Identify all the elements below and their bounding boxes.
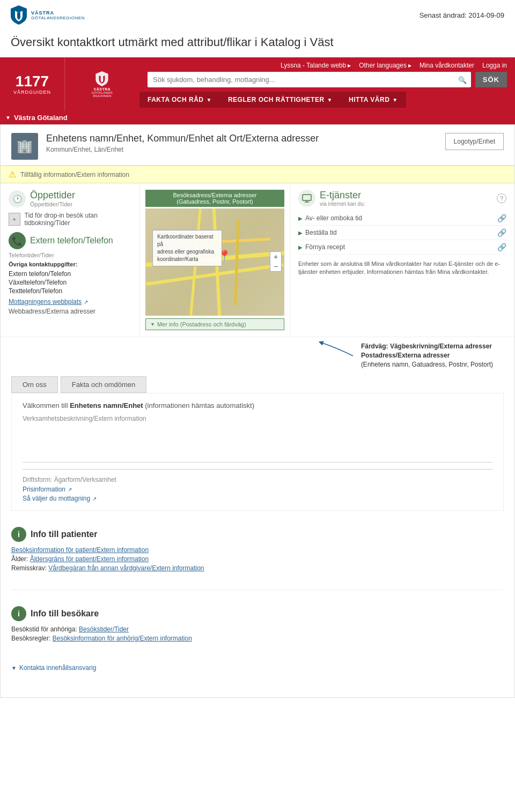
logotype-label: Logotyp/Enhet: [454, 138, 495, 145]
alert-icon: ⚠: [9, 169, 16, 180]
tabs-row: Om oss Fakta och omdömen: [1, 374, 514, 393]
vgr-shield-icon: [11, 5, 27, 25]
kontakta-row[interactable]: ▼ Kontakta innehållsansvarig: [1, 660, 514, 676]
divider-1: [23, 469, 492, 470]
col-right: E-tjänster via internet kan du: ? ▶ Av- …: [290, 183, 514, 337]
etjanster-arrow-icon: ▶: [298, 230, 303, 236]
kontakta-chevron-icon: ▼: [11, 665, 17, 671]
prisinformation-link[interactable]: Prisinformation ↗: [23, 486, 492, 493]
etjanster-title-block: E-tjänster via internet kan du:: [320, 190, 365, 207]
alert-bar: ⚠ Tillfällig information/Extern informat…: [1, 166, 514, 183]
info-patient-icon: i: [11, 527, 26, 542]
map-road-v3: [234, 219, 240, 305]
list-item: Ålder: Åldersgräns för patient/Extern in…: [11, 555, 504, 563]
webb-link[interactable]: Mottagningens webbplats: [9, 298, 82, 306]
map-more-info-button[interactable]: ▼ Mer info (Postadress och färdväg): [145, 318, 284, 330]
oppettider-subtitle: Öppettider/Tider: [30, 201, 75, 207]
top-header: VÄSTRA GÖTALANDSREGIONEN Senast ändrad: …: [0, 0, 515, 30]
nav-search-row: 🔍 SÖK: [139, 72, 515, 92]
postadress-detail: (Enhetens namn, Gatuadress, Postnr, Post…: [361, 361, 493, 368]
list-item: Extern telefon/Telefon: [9, 270, 131, 278]
more-info-arrow-icon: ▼: [150, 322, 155, 327]
hitta-chevron-icon: ▼: [392, 97, 398, 103]
info-patient-header: i Info till patienter: [11, 527, 504, 542]
map-container: 📍 + − Kartkoordinater baserat påadress e…: [145, 208, 284, 316]
entity-header-left: 🏢 Enhetens namn/Enhet, Kommun/Enhet alt …: [11, 133, 319, 160]
entity-subtitle: Kommun/Enhet, Län/Enhet: [46, 146, 319, 153]
annotation-arrow-icon: [315, 337, 358, 359]
list-item: Växeltelefon/Telefon: [9, 279, 131, 286]
phone-header: 📞 Extern telefon/Telefon: [9, 232, 131, 249]
oppettider-header: 🕐 Öppettider Öppettider/Tider: [9, 190, 131, 207]
main-card: 🏢 Enhetens namn/Enhet, Kommun/Enhet alt …: [0, 124, 515, 698]
nav-lyssna-arrow-icon: ▶: [348, 63, 351, 68]
divider-2: [11, 590, 504, 590]
info-besokare-icon: i: [11, 606, 26, 621]
map-overlay-text: Kartkoordinater baserat påadress eller g…: [157, 234, 214, 262]
postadress-text: Postadress/Externa adresser: [361, 352, 493, 359]
nav-link-logga-in[interactable]: Logga in: [482, 62, 507, 69]
savaljer-ext-icon: ↗: [92, 496, 97, 502]
nav-link-mina[interactable]: Mina vårdkontakter: [420, 62, 474, 69]
phone-ovriga: Övriga kontaktuppgifter:: [9, 261, 131, 267]
bottom-padding: [1, 676, 514, 697]
three-col-section: 🕐 Öppettider Öppettider/Tider + Tid för …: [1, 183, 514, 337]
col-left: 🕐 Öppettider Öppettider/Tider + Tid för …: [1, 183, 140, 337]
map-placeholder: 📍 + − Kartkoordinater baserat påadress e…: [145, 208, 284, 316]
info-besokare-list: Besökstid för anhöriga: Besökstider/Tide…: [11, 625, 504, 642]
etjanster-icon: [298, 190, 315, 207]
etjanster-subtitle: via internet kan du:: [320, 201, 365, 207]
etjanster-header: E-tjänster via internet kan du: ?: [298, 190, 506, 207]
etjanster-list: ▶ Av- eller omboka tid 🔗 ▶ Beställa tid …: [298, 211, 506, 255]
nav-link-languages[interactable]: Other languages ▶: [359, 62, 411, 69]
clock-icon: 🕐: [9, 190, 26, 207]
address-text: Webbadress/Externa adresser: [9, 308, 95, 315]
search-box: 🔍: [148, 72, 471, 87]
entity-icon: 🏢: [11, 133, 38, 160]
map-zoom-in-button[interactable]: +: [270, 252, 281, 262]
etjanster-link-icon: 🔗: [497, 228, 506, 237]
address-header-box: Besöksadress/Externa adresser(Gatuadress…: [145, 190, 284, 207]
logo-1177-sub: VÅRDGUIDEN: [13, 90, 51, 95]
nav-top-links: Lyssna - Talande webb ▶ Other languages …: [139, 57, 515, 72]
nav-link-lyssna[interactable]: Lyssna - Talande webb ▶: [281, 62, 351, 69]
nav-menu-regler[interactable]: REGLER OCH RÄTTIGHETER ▼: [220, 92, 341, 108]
regler-chevron-icon: ▼: [327, 97, 333, 103]
svg-rect-0: [303, 195, 311, 200]
list-item: Besöksregler: Besöksinformation för anhö…: [11, 635, 504, 642]
dropin-icon: +: [9, 213, 20, 226]
vgr-nav-shield-icon: [95, 71, 108, 86]
map-zoom-out-button[interactable]: −: [270, 262, 281, 271]
nav-menu-hitta[interactable]: HITTA VÅRD ▼: [341, 92, 406, 108]
nav-menu-row: FAKTA OCH RÅD ▼ REGLER OCH RÄTTIGHETER ▼…: [139, 92, 515, 108]
col-center: Besöksadress/Externa adresser(Gatuadress…: [140, 183, 290, 337]
search-button[interactable]: SÖK: [475, 72, 507, 87]
etjanster-item-left: ▶ Förnya recept: [298, 243, 345, 251]
info-besokare-section: i Info till besökare Besökstid för anhör…: [1, 598, 514, 652]
nav-bar-1177: 1177 VÅRDGUIDEN VÄSTRA GÖTALANDS REGIONE…: [0, 57, 515, 111]
phone-title: Extern telefon/Telefon: [30, 236, 113, 245]
etjanster-arrow-icon: ▶: [298, 215, 303, 221]
page-wrapper: VÄSTRA GÖTALANDSREGIONEN Senast ändrad: …: [0, 0, 515, 812]
list-item: Besökstid för anhöriga: Besökstider/Tide…: [11, 625, 504, 633]
help-button[interactable]: ?: [497, 193, 506, 203]
info-patient-title: Info till patienter: [31, 530, 97, 539]
verksamhet-area: [23, 430, 492, 463]
tab-om-oss[interactable]: Om oss: [11, 376, 58, 393]
info-patient-list: Besöksinformation för patient/Extern inf…: [11, 546, 504, 572]
etjanster-title: E-tjänster: [320, 190, 365, 201]
outer-logo: VÄSTRA GÖTALANDSREGIONEN: [11, 5, 85, 25]
page-title: Översikt kontaktkort utmärkt med attribu…: [11, 35, 504, 49]
nav-right: Lyssna - Talande webb ▶ Other languages …: [139, 57, 515, 111]
savaljer-link[interactable]: Så väljer du mottagning ↗: [23, 495, 492, 502]
tab-fakta[interactable]: Fakta och omdömen: [61, 376, 147, 393]
map-zoom-controls: + −: [270, 251, 282, 272]
search-icon: 🔍: [458, 76, 467, 84]
nav-menu-fakta[interactable]: FAKTA OCH RÅD ▼: [139, 92, 220, 108]
dropin-text: Tid för drop-in besök utan tidbokning/Ti…: [25, 212, 131, 227]
etjanster-note: Enheter som är anslutna till Mina vårdko…: [298, 260, 506, 277]
info-besokare-title: Info till besökare: [31, 609, 99, 619]
breadcrumb-text: Västra Götaland: [14, 114, 68, 122]
map-overlay-box: Kartkoordinater baserat påadress eller g…: [152, 230, 222, 266]
search-input[interactable]: [148, 72, 471, 87]
